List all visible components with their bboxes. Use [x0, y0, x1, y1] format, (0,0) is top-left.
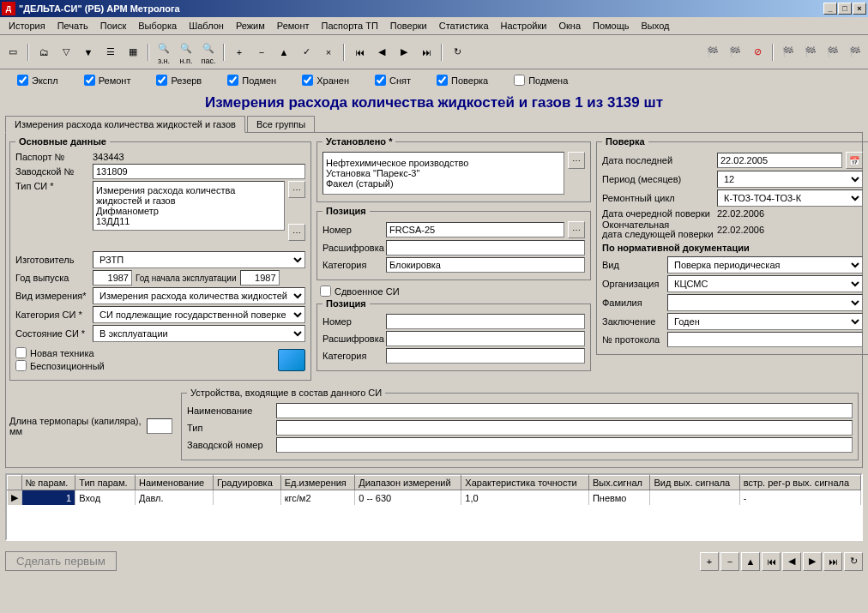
chk-expl[interactable]: Экспл [17, 75, 58, 86]
nav-prev-icon[interactable]: ◀ [782, 552, 801, 571]
tb-cancel-icon[interactable]: × [319, 43, 338, 62]
chk-sub[interactable]: Подмен [227, 75, 276, 86]
tab-all-groups[interactable]: Все группы [247, 116, 315, 133]
tb-doc-icon[interactable]: ▭ [3, 43, 22, 62]
params-grid[interactable]: № парам. Тип парам. Наименование Градуир… [5, 473, 863, 541]
state-select[interactable]: В эксплуатации [93, 325, 305, 342]
nav-last-icon[interactable]: ⏭ [823, 552, 842, 571]
nav-up-icon[interactable]: ▲ [741, 552, 760, 571]
tb-pas-icon[interactable]: 🔍 [199, 39, 218, 57]
tb-flag6-icon[interactable]: 🏁 [846, 43, 865, 62]
tb-flag4-icon[interactable]: 🏁 [801, 43, 820, 62]
nav-add-icon[interactable]: + [700, 552, 719, 571]
tb-check-icon[interactable]: ✓ [297, 43, 316, 62]
nav-first-icon[interactable]: ⏮ [762, 552, 781, 571]
tb-add-icon[interactable]: + [230, 43, 249, 62]
tb-next-icon[interactable]: ▶ [395, 43, 413, 62]
menu-print[interactable]: Печать [52, 19, 93, 33]
chk-dual[interactable]: Сдвоенное СИ [320, 285, 400, 297]
nav-next-icon[interactable]: ▶ [803, 552, 822, 571]
tb-refresh-icon[interactable]: ↻ [448, 43, 467, 62]
tb-flag5-icon[interactable]: 🏁 [823, 43, 842, 62]
minimize-button[interactable]: _ [823, 3, 837, 15]
pos2-desc-input[interactable] [386, 331, 585, 346]
meas-select[interactable]: Измерения расхода количества жидкостей [93, 287, 305, 304]
menu-history[interactable]: История [3, 19, 51, 33]
install-lookup-button[interactable]: ⋯ [568, 152, 585, 169]
therm-input[interactable] [147, 418, 172, 434]
tb-grid-icon[interactable]: ▦ [124, 43, 142, 62]
calendar-icon[interactable]: 📅 [846, 152, 863, 169]
menu-search[interactable]: Поиск [95, 19, 131, 33]
menu-selection[interactable]: Выборка [133, 19, 182, 33]
pos1-num-input[interactable] [386, 222, 564, 237]
type-lookup2-button[interactable]: ⋯ [288, 224, 305, 241]
chk-new[interactable]: Новая техника [15, 347, 94, 358]
pos1-desc-input[interactable] [386, 240, 585, 255]
dev-factory-input[interactable] [276, 437, 853, 453]
cat-select[interactable]: СИ подлежащие государственной поверке [93, 306, 305, 323]
chk-reserve[interactable]: Резерв [156, 75, 202, 86]
chk-repair[interactable]: Ремонт [84, 75, 131, 86]
menu-verifications[interactable]: Поверки [385, 19, 432, 33]
pos2-num-input[interactable] [386, 314, 585, 329]
last-date-input[interactable] [717, 153, 842, 168]
book-icon[interactable] [278, 349, 305, 371]
chk-nopos[interactable]: Беспозиционный [15, 360, 105, 371]
tb-np-icon[interactable]: 🔍 [177, 39, 196, 57]
menu-help[interactable]: Помощь [588, 19, 635, 33]
tb-funnel-icon[interactable]: ▽ [57, 43, 75, 62]
dev-name-input[interactable] [276, 403, 853, 418]
tb-flag2-icon[interactable]: 🏁 [726, 43, 744, 62]
pos1-cat-input[interactable] [386, 257, 585, 273]
proto-input[interactable] [667, 332, 863, 347]
install-text[interactable]: Нефтехимическое производство Установка "… [322, 152, 564, 195]
tb-card-icon[interactable]: 🗂 [34, 43, 53, 62]
menu-passports[interactable]: Паспорта ТП [316, 19, 383, 33]
close-button[interactable]: × [853, 3, 866, 15]
tb-flag1-icon[interactable]: 🏁 [703, 43, 722, 62]
fam-select[interactable] [667, 294, 863, 311]
tb-list-icon[interactable]: ☰ [101, 43, 120, 62]
tb-up-icon[interactable]: ▲ [274, 43, 293, 62]
pos2-cat-input[interactable] [386, 348, 585, 364]
factory-input[interactable] [93, 164, 305, 179]
tb-prev-icon[interactable]: ◀ [372, 43, 391, 62]
table-row[interactable]: ▶ 1 Вход Давл. кгс/м2 0 -- 630 1,0 Пневм… [8, 490, 861, 506]
tb-funnel2-icon[interactable]: ▼ [79, 43, 98, 62]
menu-repair[interactable]: Ремонт [272, 19, 315, 33]
make-first-button[interactable]: Сделать первым [5, 551, 117, 571]
maker-select[interactable]: РЗТП [93, 251, 305, 268]
maximize-button[interactable]: □ [838, 3, 852, 15]
cycle-select[interactable]: К-ТО3-ТО4-ТО3-К [717, 189, 863, 207]
org-select[interactable]: КЦСМС [667, 275, 863, 292]
tab-measurements[interactable]: Измерения расхода количества жидкостей и… [5, 116, 245, 133]
nav-refresh-icon[interactable]: ↻ [844, 552, 863, 571]
tb-stop-icon[interactable]: ⊘ [748, 43, 767, 62]
chk-verify[interactable]: Поверка [437, 75, 488, 86]
period-select[interactable]: 12 [717, 171, 863, 188]
year-input[interactable] [93, 270, 132, 285]
tb-first-icon[interactable]: ⏮ [350, 43, 369, 62]
menu-settings[interactable]: Настройки [496, 19, 552, 33]
tb-remove-icon[interactable]: − [252, 43, 271, 62]
menu-mode[interactable]: Режим [231, 19, 270, 33]
chk-subst[interactable]: Подмена [514, 75, 568, 86]
menu-exit[interactable]: Выход [636, 19, 675, 33]
chk-removed[interactable]: Снят [375, 75, 411, 86]
type-input[interactable]: Измерения расхода количества жидкостей и… [93, 181, 285, 231]
menu-stats[interactable]: Статистика [434, 19, 494, 33]
tb-flag3-icon[interactable]: 🏁 [779, 43, 798, 62]
tb-last-icon[interactable]: ⏭ [417, 43, 436, 62]
kind-select[interactable]: Поверка периодическая [667, 256, 863, 273]
menu-template[interactable]: Шаблон [184, 19, 229, 33]
menu-windows[interactable]: Окна [553, 19, 586, 33]
tb-zn-icon[interactable]: 🔍 [154, 39, 173, 57]
concl-select[interactable]: Годен [667, 313, 863, 330]
dev-type-input[interactable] [276, 420, 853, 436]
pos1-lookup-button[interactable]: ⋯ [568, 221, 585, 238]
nav-remove-icon[interactable]: − [720, 552, 739, 571]
start-year-input[interactable] [240, 270, 280, 285]
chk-store[interactable]: Хранен [302, 75, 349, 86]
type-lookup-button[interactable]: ⋯ [288, 181, 305, 198]
